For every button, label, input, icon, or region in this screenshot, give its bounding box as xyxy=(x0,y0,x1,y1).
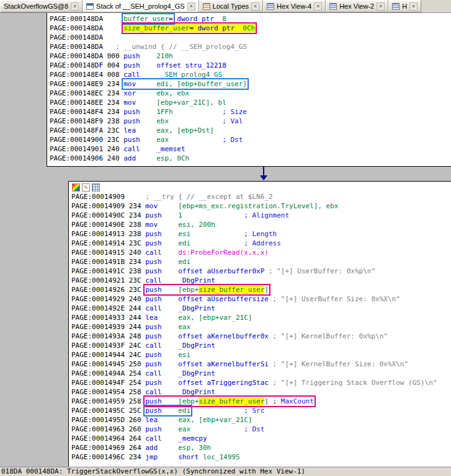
asm-line[interactable]: PAGE:00014921 23C call _DbgPrint xyxy=(71,276,451,285)
asm-token: PAGE:00014933 xyxy=(71,314,125,322)
highlight-box: buffer_user= xyxy=(123,15,172,23)
asm-token: PAGE:000148E4 xyxy=(50,71,103,79)
asm-line[interactable]: PAGE:00014929 240 push offset aUserbuffe… xyxy=(71,294,451,304)
close-icon[interactable]: × xyxy=(314,2,322,11)
asm-line[interactable]: PAGE:000148DA 000 push 210h xyxy=(50,51,451,61)
asm-line[interactable]: PAGE:0001490C 234 push 1 ; Alignment xyxy=(71,211,451,220)
asm-token: PAGE:000148DA xyxy=(50,33,103,42)
asm-line[interactable]: PAGE:00014964 264 call _memcpy xyxy=(71,434,451,443)
asm-token: eax xyxy=(178,323,190,331)
asm-token: ; "[+] UserBuffer Size: 0x%X\n" xyxy=(273,295,400,303)
tab-h[interactable]: H× xyxy=(388,0,421,12)
close-icon[interactable]: × xyxy=(187,2,195,11)
table-icon[interactable] xyxy=(92,183,100,192)
asm-token: PAGE:000148FA xyxy=(50,126,103,134)
asm-line[interactable]: PAGE:0001493F 24C call _DbgPrint xyxy=(71,341,451,350)
close-icon[interactable]: × xyxy=(251,2,259,11)
asm-line[interactable]: PAGE:0001494F 254 push offset aTriggerin… xyxy=(71,378,451,387)
asm-token: PAGE:0001490C xyxy=(71,211,125,219)
asm-line[interactable]: PAGE:000148DA buffer_user= dword ptr 8 xyxy=(50,14,451,24)
asm-token: PAGE:0001495D xyxy=(71,416,125,424)
asm-line[interactable]: PAGE:00014933 244 lea eax, [ebp+var_21C] xyxy=(71,313,451,322)
asm-line[interactable]: PAGE:0001491B 234 push edi xyxy=(71,257,451,267)
block-1-lines: PAGE:000148DA buffer_user= dword ptr 8PA… xyxy=(50,14,451,163)
tab-local-types[interactable]: Local Types× xyxy=(199,0,264,12)
asm-line[interactable]: PAGE:0001495D 260 lea eax, [ebp+var_21C] xyxy=(71,415,451,425)
asm-token: mov xyxy=(145,202,178,210)
asm-line[interactable]: PAGE:00014939 244 push eax xyxy=(71,322,451,332)
asm-token: 1FFh xyxy=(156,108,173,116)
asm-token: offset aKernelbufferSi xyxy=(178,360,269,368)
palette-icon[interactable] xyxy=(72,183,80,192)
close-icon[interactable]: × xyxy=(409,2,418,11)
tab-stack-of-seh-prolog4-gs[interactable]: Stack of __SEH_prolog4_GS× xyxy=(83,0,199,12)
asm-token: push xyxy=(145,379,178,387)
asm-line[interactable]: PAGE:0001493A 248 push offset aKernelbuf… xyxy=(71,332,451,341)
asm-token: PAGE:00014969 xyxy=(71,444,125,452)
asm-token: PAGE:0001492E xyxy=(71,304,125,312)
close-icon[interactable]: × xyxy=(377,2,385,11)
asm-token: PAGE:000148F9 xyxy=(50,117,103,125)
asm-token: PAGE:00014929 xyxy=(71,295,125,303)
asm-token: 264 xyxy=(125,444,145,452)
asm-line[interactable]: PAGE:00014954 258 call _DbgPrint xyxy=(71,387,451,397)
asm-token: 264 xyxy=(125,434,145,443)
asm-token: 234 xyxy=(103,108,123,116)
asm-line[interactable]: PAGE:00014900 23C push eax ; Dst xyxy=(50,135,451,144)
asm-line[interactable]: PAGE:000148F4 234 push 1FFh ; Size xyxy=(50,107,451,117)
asm-line[interactable]: PAGE:00014959 258 push [ebp+size_buffer_… xyxy=(71,397,451,406)
asm-line[interactable]: PAGE:00014926 23C push [ebp+size_buffer_… xyxy=(71,285,451,294)
asm-line[interactable]: PAGE:000148DF 004 push offset stru_12218 xyxy=(50,61,451,70)
asm-line[interactable]: PAGE:00014915 240 call ds:ProbeForRead(x… xyxy=(71,248,451,257)
asm-line[interactable]: PAGE:00014963 260 push eax ; Dst xyxy=(71,425,451,434)
asm-line[interactable]: PAGE:00014913 238 push esi ; Length xyxy=(71,229,451,239)
asm-line[interactable]: PAGE:00014909 ; __try { // __except at $… xyxy=(71,192,451,201)
asm-token xyxy=(269,332,273,340)
asm-token: dword ptr xyxy=(177,15,214,23)
close-icon[interactable]: × xyxy=(71,2,79,11)
asm-line[interactable]: PAGE:0001491C 238 push offset aUserbuffe… xyxy=(71,267,451,276)
asm-token: push xyxy=(123,52,156,60)
asm-token: PAGE:000148DA xyxy=(50,43,103,51)
asm-token: _DbgPrint xyxy=(178,276,215,284)
asm-token: _memcpy xyxy=(178,434,207,443)
edit-icon[interactable]: ✎ xyxy=(82,183,90,192)
asm-line[interactable]: PAGE:00014944 24C push esi xyxy=(71,350,451,359)
asm-token: ; "[+] KernelBuffer: 0x%p\n" xyxy=(273,332,388,340)
asm-token: ] xyxy=(264,397,269,405)
asm-line[interactable]: PAGE:000148EC 234 xor ebx, ebx xyxy=(50,89,451,98)
asm-line[interactable]: PAGE:000148E4 008 call __SEH_prolog4_GS xyxy=(50,70,451,79)
asm-token xyxy=(269,397,273,405)
asm-line[interactable]: PAGE:00014909 234 mov [ebp+ms_exc.regist… xyxy=(71,201,451,211)
asm-line[interactable]: PAGE:00014901 240 call _memset xyxy=(50,144,451,154)
asm-line[interactable]: PAGE:00014969 264 add esp, 30h xyxy=(71,443,451,452)
asm-token: PAGE:00014959 xyxy=(71,397,125,405)
asm-token: esi xyxy=(178,351,190,359)
asm-line[interactable]: PAGE:000148F9 238 push ebx ; Val xyxy=(50,117,451,126)
asm-line[interactable]: PAGE:0001494A 254 call _DbgPrint xyxy=(71,369,451,378)
tab-hex-view-4[interactable]: Hex View-4× xyxy=(263,0,326,12)
asm-line[interactable]: PAGE:00014945 250 push offset aKernelbuf… xyxy=(71,359,451,369)
asm-line[interactable]: PAGE:000148DA ; __unwind { // __SEH_prol… xyxy=(50,42,451,51)
asm-line[interactable]: PAGE:000148DA size_buffer_user= dword pt… xyxy=(50,24,451,33)
asm-token: 0Ch xyxy=(243,24,255,32)
asm-token: ; Alignment xyxy=(244,211,289,219)
asm-token: jmp xyxy=(145,453,178,461)
graph-canvas[interactable]: PAGE:000148DA buffer_user= dword ptr 8PA… xyxy=(0,13,451,467)
asm-line[interactable]: PAGE:000148FA 23C lea eax, [ebp+Dst] xyxy=(50,126,451,135)
tab-stackoverflowgs-8[interactable]: StackOverflowGS@8× xyxy=(0,0,83,12)
asm-line[interactable]: PAGE:0001496C 234 jmp short loc_14995 xyxy=(71,452,451,462)
asm-line[interactable]: PAGE:000148EE 234 mov [ebp+var_21C], bl xyxy=(50,98,451,107)
graph-node-1: PAGE:000148DA buffer_user= dword ptr 8PA… xyxy=(47,13,451,167)
tab-hex-view-2[interactable]: Hex View-2× xyxy=(326,0,388,12)
asm-line[interactable]: PAGE:00014906 240 add esp, 0Ch xyxy=(50,154,451,163)
asm-line[interactable]: PAGE:0001490E 238 mov esi, 200h xyxy=(71,220,451,229)
asm-line[interactable]: PAGE:0001492E 244 call _DbgPrint xyxy=(71,304,451,313)
asm-token: mov xyxy=(123,99,156,107)
asm-line[interactable]: PAGE:000148E9 234 mov edi, [ebp+buffer_u… xyxy=(50,79,451,89)
asm-line[interactable]: PAGE:000148DA xyxy=(50,33,451,42)
asm-line[interactable]: PAGE:0001495C 25C push edi ; Src xyxy=(71,406,451,415)
asm-line[interactable]: PAGE:00014914 23C push edi ; Address xyxy=(71,239,451,248)
asm-token: 23C xyxy=(125,286,145,294)
status-text: 018DA 000148DA: TriggerStackOverflowGS(x… xyxy=(1,467,305,475)
